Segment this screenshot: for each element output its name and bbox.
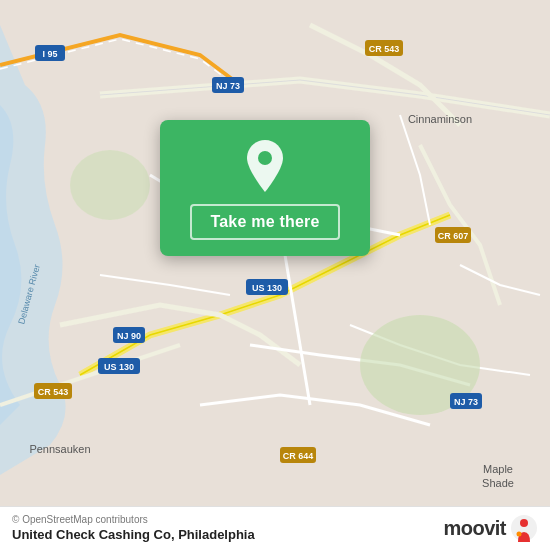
location-name: United Check Cashing Co, Philadelphia [12,527,255,542]
svg-point-33 [517,532,522,537]
moovit-icon [510,514,538,542]
svg-point-30 [258,151,272,165]
svg-text:CR 644: CR 644 [283,451,314,461]
svg-text:CR 607: CR 607 [438,231,469,241]
svg-text:US 130: US 130 [104,362,134,372]
bottom-info: © OpenStreetMap contributors United Chec… [12,514,255,542]
map-background: I 95 NJ 73 CR 543 NJ 73 CR 607 US 130 US… [0,0,550,550]
bottom-bar: © OpenStreetMap contributors United Chec… [0,506,550,550]
map-container: I 95 NJ 73 CR 543 NJ 73 CR 607 US 130 US… [0,0,550,550]
moovit-logo: moovit [443,514,538,542]
svg-text:Pennsauken: Pennsauken [29,443,90,455]
svg-text:NJ 73: NJ 73 [454,397,478,407]
moovit-text: moovit [443,517,506,540]
map-pin-icon [242,138,288,194]
attribution-text: © OpenStreetMap contributors [12,514,255,525]
svg-text:CR 543: CR 543 [38,387,69,397]
svg-text:NJ 90: NJ 90 [117,331,141,341]
svg-text:I 95: I 95 [42,49,57,59]
svg-text:CR 543: CR 543 [369,44,400,54]
svg-text:US 130: US 130 [252,283,282,293]
svg-text:Cinnaminson: Cinnaminson [408,113,472,125]
take-me-there-button[interactable]: Take me there [190,204,339,240]
svg-point-2 [70,150,150,220]
svg-text:Shade: Shade [482,477,514,489]
popup-card: Take me there [160,120,370,256]
svg-text:NJ 73: NJ 73 [216,81,240,91]
svg-text:Maple: Maple [483,463,513,475]
svg-point-32 [520,519,528,527]
